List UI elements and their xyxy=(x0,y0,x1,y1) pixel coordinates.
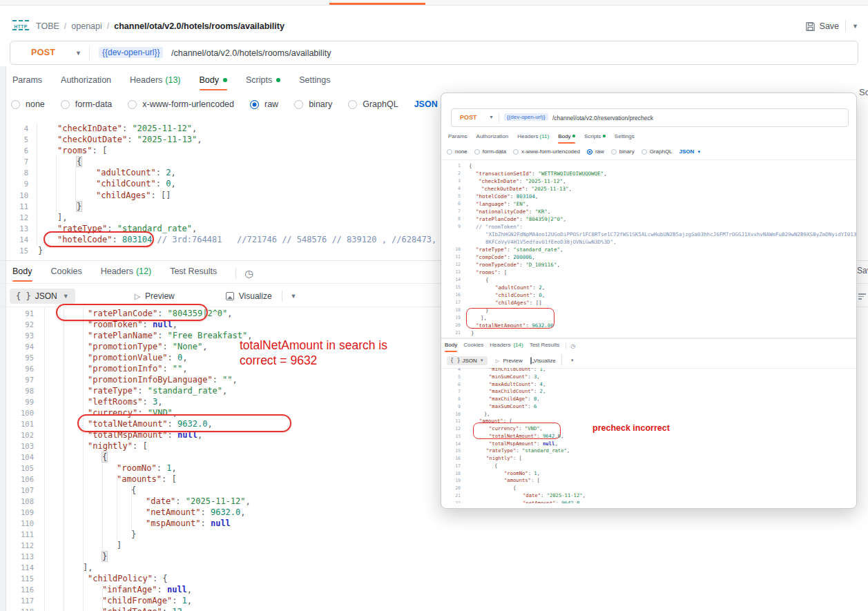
body-language-select[interactable]: JSON xyxy=(679,148,695,155)
line-number: 13 xyxy=(447,433,461,440)
code-line: 5"hotelCode": 803104, xyxy=(447,193,856,200)
tab-settings[interactable]: Settings xyxy=(615,133,635,142)
code-text: "maxChildAge": 0, xyxy=(489,396,540,403)
body-mode-x-www-form-urlencoded[interactable]: x-www-form-urlencoded xyxy=(128,99,234,109)
radio-icon xyxy=(513,149,519,155)
line-number: 14 xyxy=(6,234,28,245)
code-text: 8KFCoVyV4H1V5edfav01fEeoD38jOVNiGwN3D%3D… xyxy=(485,238,617,246)
body-mode-label: none xyxy=(26,99,45,109)
visualize-chevron-icon[interactable]: ▼ xyxy=(291,293,297,300)
visualize-button[interactable]: Visualize xyxy=(226,291,272,301)
breadcrumb-root[interactable]: TOBE xyxy=(36,21,59,31)
breadcrumb-group[interactable]: openapi xyxy=(71,21,102,31)
code-line: 6"language": "EN", xyxy=(447,200,856,208)
line-number: 12 xyxy=(6,212,28,223)
method-chevron-icon[interactable]: ▼ xyxy=(75,50,81,57)
body-mode-none[interactable]: none xyxy=(447,148,467,155)
line-number: 101 xyxy=(6,418,34,429)
tab-body[interactable]: Body xyxy=(558,133,575,142)
precheck-url-environment-variable[interactable]: {(dev-open-url)} xyxy=(504,113,548,121)
code-text: "maxAdultCount": 4, xyxy=(489,381,546,389)
code-text: } xyxy=(38,245,43,256)
body-language-select[interactable]: JSON xyxy=(414,99,438,109)
code-text: "rateType": "standard_rate", xyxy=(476,246,563,253)
code-line: 117"childFromAge": 1, xyxy=(6,595,441,606)
body-mode-form-data[interactable]: form-data xyxy=(474,148,506,155)
body-mode-binary[interactable]: binary xyxy=(611,148,635,155)
line-number: 97 xyxy=(6,374,34,385)
tab-headers[interactable]: Headers(14) xyxy=(490,342,523,351)
precheck-preview-button[interactable]: ▷ Preview xyxy=(496,358,523,364)
precheck-method-selector[interactable]: POST xyxy=(460,114,477,121)
body-mode-x-www-form-urlencoded[interactable]: x-www-form-urlencoded xyxy=(513,148,580,155)
precheck-response-tabs: BodyCookiesHeaders(14)Test Results◷ xyxy=(445,340,575,352)
line-number: 5 xyxy=(447,374,461,381)
line-number: 12 xyxy=(447,261,461,269)
code-line: 9"maxSumCount": 6 xyxy=(447,403,856,411)
precheck-url-input[interactable]: /channel/ota/v2.0/reservation/precheck xyxy=(552,115,653,122)
save-button[interactable]: Save ▼ xyxy=(805,20,858,32)
tab-authorization[interactable]: Authorization xyxy=(61,75,111,89)
code-text: "infantAge": null, xyxy=(102,584,192,595)
tab-test-results[interactable]: Test Results xyxy=(530,342,560,351)
annotation-precheck-incorrect: precheck incorrect xyxy=(592,423,670,433)
save-response-button-partial[interactable]: Sav xyxy=(857,266,868,275)
url-input[interactable]: /channel/ota/v2.0/hotels/rooms/availabil… xyxy=(171,48,331,58)
code-line: 118"childToAge": 12, xyxy=(6,606,441,611)
tab-count: (14) xyxy=(513,342,523,348)
tab-authorization[interactable]: Authorization xyxy=(476,133,509,142)
code-line: 17"childAges": [] xyxy=(447,299,856,307)
tab-body[interactable]: Body xyxy=(12,266,32,280)
tab-params[interactable]: Params xyxy=(448,133,467,142)
tab-headers[interactable]: Headers(13) xyxy=(130,75,180,89)
line-number: 5 xyxy=(447,193,461,200)
body-mode-none[interactable]: none xyxy=(11,99,45,109)
body-mode-raw[interactable]: raw xyxy=(250,99,278,109)
body-mode-label: x-www-form-urlencoded xyxy=(521,148,580,155)
body-mode-raw[interactable]: raw xyxy=(587,148,604,155)
tab-scripts[interactable]: Scripts xyxy=(246,75,280,89)
save-icon xyxy=(805,21,816,32)
method-selector[interactable]: POST xyxy=(31,48,55,57)
tab-headers[interactable]: Headers(11) xyxy=(517,133,549,142)
precheck-method-chevron-icon[interactable]: ▼ xyxy=(489,115,494,119)
code-text: } xyxy=(131,529,136,540)
url-environment-variable[interactable]: {{dev-open-url}} xyxy=(99,47,163,58)
visualize-chevron-icon[interactable]: ▼ xyxy=(570,358,575,362)
tab-test-results[interactable]: Test Results xyxy=(170,266,217,280)
preview-button[interactable]: ▷ Preview xyxy=(135,291,175,301)
body-mode-GraphQL[interactable]: GraphQL xyxy=(348,99,398,109)
response-format-select[interactable]: { } JSON ▼ xyxy=(10,289,75,304)
code-text: "checkOutDate": "2025-11-13", xyxy=(57,134,202,145)
tab-settings[interactable]: Settings xyxy=(299,75,330,89)
body-mode-GraphQL[interactable]: GraphQL xyxy=(642,148,673,155)
line-number: 116 xyxy=(6,584,34,595)
line-number: 5 xyxy=(6,134,28,145)
beautify-icon[interactable] xyxy=(858,293,867,302)
save-options-chevron-icon[interactable]: ▼ xyxy=(852,23,858,30)
visualize-icon xyxy=(226,292,234,300)
left-rail xyxy=(0,66,6,611)
tab-body[interactable]: Body xyxy=(445,342,457,351)
precheck-response-format-select[interactable]: { } JSON ▼ xyxy=(447,356,488,365)
tab-cookies[interactable]: Cookies xyxy=(51,266,82,280)
code-line: 4"checkOutDate": "2025-11-13", xyxy=(447,185,856,193)
tab-body[interactable]: Body xyxy=(200,75,228,89)
history-icon[interactable]: ◷ xyxy=(570,343,575,349)
precheck-visualize-button[interactable]: Visualize xyxy=(530,358,556,364)
tab-scripts[interactable]: Scripts xyxy=(584,133,606,142)
line-number: 19 xyxy=(447,314,461,322)
line-number: 105 xyxy=(6,463,34,474)
body-mode-form-data[interactable]: form-data xyxy=(61,99,113,109)
code-line: 10"rateType": "standard_rate", xyxy=(447,246,856,253)
tab-headers[interactable]: Headers(12) xyxy=(101,266,151,280)
code-line: 116"infantAge": null, xyxy=(6,584,441,595)
code-text: { xyxy=(494,463,497,470)
body-mode-binary[interactable]: binary xyxy=(294,99,332,109)
code-text: "date": "2025-11-12", xyxy=(146,496,251,507)
line-number: 14 xyxy=(447,440,461,448)
tab-params[interactable]: Params xyxy=(12,75,42,89)
code-text: "childCount": 0, xyxy=(495,291,545,299)
tab-cookies[interactable]: Cookies xyxy=(463,342,483,351)
history-icon[interactable]: ◷ xyxy=(244,268,253,279)
